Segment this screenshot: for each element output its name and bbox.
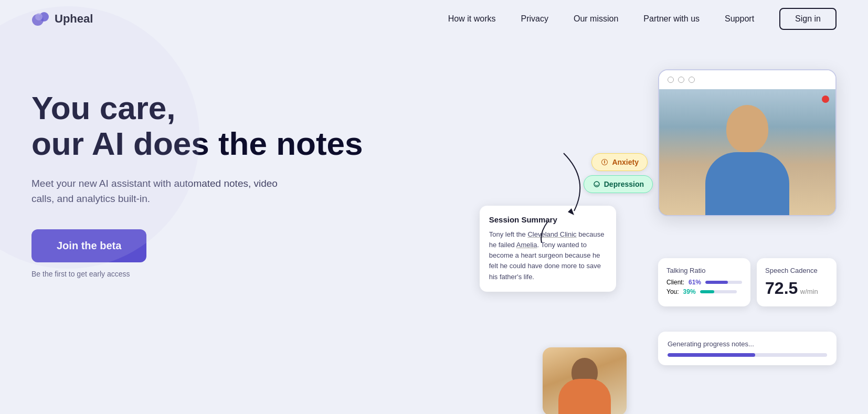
progress-notes-label: Generating progress notes... [668,340,827,348]
bottom-person-body [558,379,611,414]
bottom-video-thumbnail [543,347,627,414]
you-label: You: [666,288,679,295]
nav-privacy[interactable]: Privacy [521,14,548,23]
hero-section: You care, our AI does the notes Meet you… [0,38,868,414]
progress-notes-fill [668,353,755,357]
depression-tag: Depression [584,175,653,193]
person-ref: Amelia [516,241,537,249]
you-ratio-row: You: 39% [666,288,742,295]
progress-notes-bar [668,353,827,357]
session-summary-title: Session Summary [489,215,607,224]
svg-point-3 [594,182,599,187]
brand-name: Upheal [55,12,93,26]
person-head [726,105,768,152]
logo[interactable]: Upheal [31,12,93,26]
person-body [705,152,789,215]
client-progress-fill [705,281,728,284]
hero-right: Anxiety Depression Session Summary Tony … [474,59,837,414]
nav-our-mission[interactable]: Our mission [574,14,618,23]
client-percent: 61% [689,279,701,286]
talking-ratio-label: Talking Ratio [666,267,742,274]
hero-title: You care, our AI does the notes [31,90,474,162]
client-label: Client: [666,279,684,286]
video-feed [659,89,835,215]
window-titlebar [659,70,835,89]
nav-partner[interactable]: Partner with us [643,14,700,23]
speech-cadence-value: 72.5 w/min [765,279,828,298]
window-dot-3 [689,77,695,83]
depression-icon [592,180,601,188]
you-progress-bar [700,290,737,293]
video-call-window [658,69,837,216]
early-access-text: Be the first to get early access [31,270,474,278]
speech-cadence-label: Speech Cadence [765,267,828,274]
anxiety-icon [600,158,609,166]
speech-cadence-card: Speech Cadence 72.5 w/min [757,258,837,306]
session-summary-card: Session Summary Tony left the Cleveland … [480,206,616,292]
window-dot-1 [668,77,674,83]
join-beta-button[interactable]: Join the beta [31,229,146,262]
sign-in-button[interactable]: Sign in [779,8,837,30]
recording-indicator [822,95,829,103]
nav-support[interactable]: Support [725,14,754,23]
session-summary-text: Tony left the Cleveland Clinic because h… [489,229,607,282]
client-ratio-row: Client: 61% [666,279,742,286]
hero-subtitle: Meet your new AI assistant with automate… [31,176,283,206]
person-silhouette [659,89,835,215]
you-progress-fill [700,290,714,293]
talking-ratio-card: Talking Ratio Client: 61% You: 39% [658,258,750,306]
anxiety-tag: Anxiety [591,153,648,171]
progress-notes-card: Generating progress notes... [658,332,837,365]
nav-how-it-works[interactable]: How it works [448,14,496,23]
navbar: Upheal How it works Privacy Our mission … [0,0,868,38]
window-dot-2 [678,77,684,83]
client-progress-bar [705,281,742,284]
you-percent: 39% [683,288,696,295]
svg-point-2 [35,13,43,20]
clinic-ref: Cleveland Clinic [527,230,576,238]
nav-links: How it works Privacy Our mission Partner… [448,14,754,24]
stats-row: Talking Ratio Client: 61% You: 39% [658,258,837,306]
logo-icon [31,12,50,26]
hero-left: You care, our AI does the notes Meet you… [31,59,474,414]
